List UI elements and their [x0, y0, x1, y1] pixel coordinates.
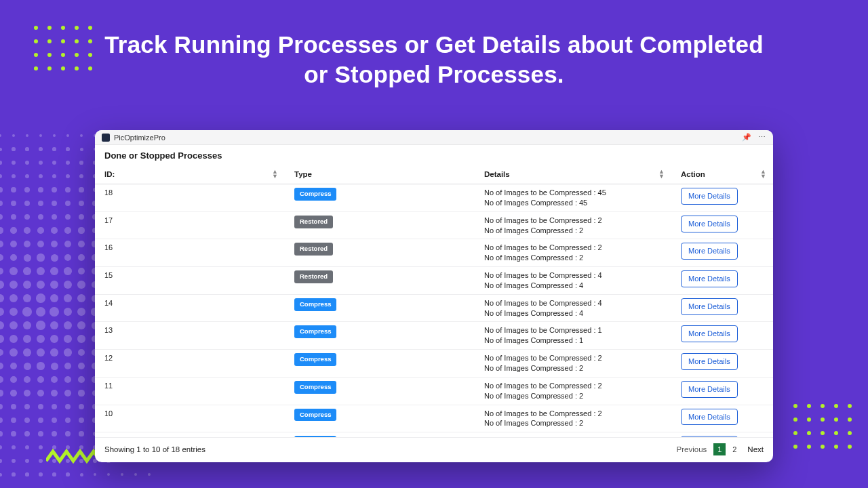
pin-icon[interactable]: 📌: [742, 133, 751, 142]
type-badge: Compress: [294, 353, 336, 366]
page-number[interactable]: 1: [713, 443, 726, 455]
detail-line-2: No of Images Compressed : 2: [484, 363, 662, 373]
type-badge: Compress: [294, 381, 336, 394]
processes-table: ID: ▲▼ Type Details ▲▼ Action ▲▼: [95, 165, 773, 437]
sort-icon: ▲▼: [760, 169, 766, 179]
table-row: 17RestoredNo of Images to be Compressed …: [95, 211, 773, 239]
more-details-button[interactable]: More Details: [681, 216, 738, 232]
more-details-button[interactable]: More Details: [681, 243, 738, 260]
type-badge: Compress: [294, 298, 336, 311]
more-details-button[interactable]: More Details: [681, 325, 738, 342]
detail-line-1: No of Images to be Compressed : 1: [484, 325, 662, 336]
col-header-action[interactable]: Action ▲▼: [671, 165, 773, 184]
detail-line-2: No of Images Compressed : 4: [484, 308, 662, 319]
table-row: 15RestoredNo of Images to be Compressed …: [95, 267, 773, 295]
section-title: Done or Stopped Processes: [95, 145, 773, 165]
type-badge: Restored: [294, 270, 333, 283]
cell-id: 11: [104, 382, 113, 390]
detail-line-1: No of Images to be Compressed : 45: [484, 188, 662, 198]
entries-summary: Showing 1 to 10 of 18 entries: [104, 445, 205, 453]
detail-line-2: No of Images Compressed : 2: [484, 391, 662, 401]
detail-line-2: No of Images Compressed : 2: [484, 226, 662, 236]
more-icon[interactable]: ⋯: [757, 133, 766, 142]
more-details-button[interactable]: More Details: [681, 381, 738, 398]
app-logo-icon: [102, 134, 110, 142]
cell-id: 12: [104, 354, 113, 362]
cell-id: 16: [104, 243, 113, 251]
table-row: 10CompressNo of Images to be Compressed …: [95, 405, 773, 432]
page-headline: Track Running Processes or Get Details a…: [0, 30, 868, 89]
cell-id: 17: [104, 216, 113, 224]
col-header-type[interactable]: Type: [285, 165, 475, 184]
cell-id: 14: [104, 299, 113, 307]
table-row: 16RestoredNo of Images to be Compressed …: [95, 239, 773, 267]
table-row: 12CompressNo of Images to be Compressed …: [95, 350, 773, 378]
detail-line-1: No of Images to be Compressed : 2: [484, 216, 662, 226]
col-header-id[interactable]: ID: ▲▼: [95, 165, 285, 184]
sort-icon: ▲▼: [272, 169, 278, 179]
table-row: 13CompressNo of Images to be Compressed …: [95, 322, 773, 350]
cell-id: 18: [104, 188, 113, 197]
col-header-details[interactable]: Details ▲▼: [475, 165, 671, 184]
more-details-button[interactable]: More Details: [681, 353, 738, 370]
more-details-button[interactable]: More Details: [681, 188, 738, 205]
detail-line-2: No of Images Compressed : 4: [484, 281, 662, 291]
col-header-id-label: ID:: [104, 170, 115, 178]
type-badge: Restored: [294, 216, 333, 228]
detail-line-2: No of Images Compressed : 2: [484, 253, 662, 263]
detail-line-1: No of Images to be Compressed : 2: [484, 409, 662, 419]
detail-line-1: No of Images to be Compressed : 2: [484, 381, 662, 391]
page-previous[interactable]: Previous: [677, 445, 707, 453]
detail-line-2: No of Images Compressed : 1: [484, 336, 662, 346]
more-details-button[interactable]: More Details: [681, 270, 738, 287]
more-details-button[interactable]: More Details: [681, 409, 738, 426]
type-badge: Compress: [294, 325, 336, 338]
page-number[interactable]: 2: [728, 443, 741, 455]
detail-line-1: No of Images to be Compressed : 2: [484, 243, 662, 253]
decor-dot-grid-bottom-right: [793, 404, 852, 449]
col-header-action-label: Action: [681, 170, 705, 178]
cell-id: 15: [104, 271, 113, 279]
more-details-button[interactable]: More Details: [681, 298, 738, 315]
table-row: 11CompressNo of Images to be Compressed …: [95, 377, 773, 405]
cell-id: 10: [104, 409, 113, 418]
table-row: 18CompressNo of Images to be Compressed …: [95, 184, 773, 212]
detail-line-1: No of Images to be Compressed : 4: [484, 270, 662, 281]
pagination: Previous 12 Next: [677, 443, 764, 455]
col-header-details-label: Details: [484, 170, 510, 178]
detail-line-2: No of Images Compressed : 2: [484, 418, 662, 428]
type-badge: Compress: [294, 188, 336, 201]
cell-id: 13: [104, 326, 113, 334]
window-titlebar: PicOptimizePro 📌 ⋯: [95, 130, 773, 145]
table-row: 9CompressNo of Images to be Compressed :…: [95, 432, 773, 437]
decor-zigzag: [46, 449, 100, 464]
type-badge: Compress: [294, 409, 336, 422]
type-badge: Restored: [294, 243, 333, 256]
table-footer: Showing 1 to 10 of 18 entries Previous 1…: [95, 437, 773, 462]
sort-icon: ▲▼: [658, 169, 665, 179]
app-name: PicOptimizePro: [114, 134, 165, 142]
detail-line-2: No of Images Compressed : 45: [484, 198, 662, 208]
table-row: 14CompressNo of Images to be Compressed …: [95, 294, 773, 322]
app-window: PicOptimizePro 📌 ⋯ Done or Stopped Proce…: [95, 130, 773, 462]
detail-line-1: No of Images to be Compressed : 2: [484, 353, 662, 363]
page-next[interactable]: Next: [747, 445, 764, 453]
detail-line-1: No of Images to be Compressed : 4: [484, 298, 662, 308]
col-header-type-label: Type: [294, 170, 312, 178]
